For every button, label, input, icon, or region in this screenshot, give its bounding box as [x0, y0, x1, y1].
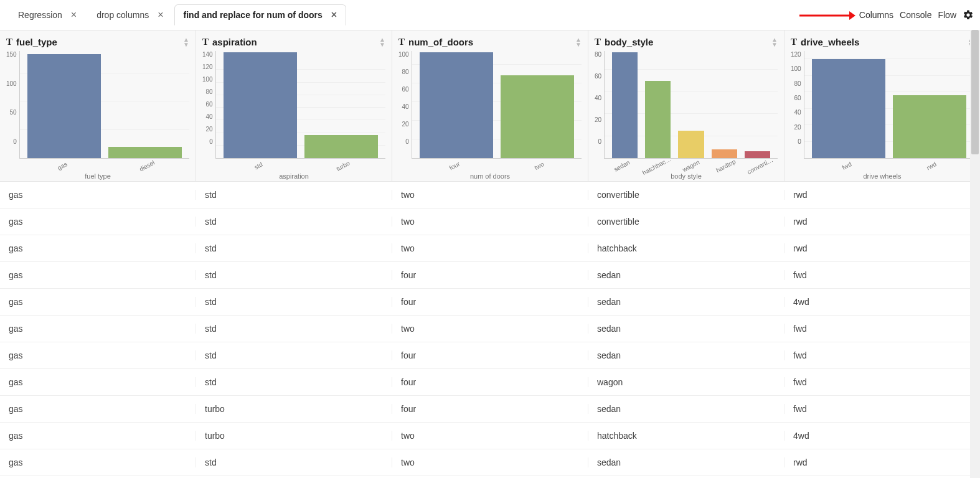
table-row[interactable]: gasturbotwohatchback4wd [0, 423, 980, 449]
cell-fuel_type[interactable]: gas [0, 324, 196, 334]
data-rows[interactable]: gasstdtwoconvertiblerwdgasstdtwoconverti… [0, 182, 980, 478]
cell-fuel_type[interactable]: gas [0, 431, 196, 441]
cell-aspiration[interactable]: std [196, 243, 392, 253]
vertical-scrollbar[interactable] [970, 30, 980, 478]
cell-aspiration[interactable]: turbo [196, 404, 392, 414]
cell-body_style[interactable]: wagon [588, 377, 784, 387]
cell-aspiration[interactable]: std [196, 457, 392, 467]
table-row[interactable]: gasstdfoursedanfwd [0, 262, 980, 289]
cell-num_of_doors[interactable]: two [392, 324, 588, 334]
column-header-body_style[interactable]: Tbody_style▲▼806040200sedanhatchbac…wago… [588, 30, 784, 181]
cell-drive_wheels[interactable]: rwd [784, 457, 980, 467]
cell-num_of_doors[interactable]: two [392, 431, 588, 441]
ytick: 100 [398, 51, 409, 58]
cell-drive_wheels[interactable]: rwd [784, 217, 980, 227]
chart-plot: gasdiesel [19, 51, 189, 159]
sort-icon[interactable]: ▲▼ [575, 37, 582, 47]
console-link[interactable]: Console [900, 10, 931, 20]
cell-aspiration[interactable]: std [196, 217, 392, 227]
cell-drive_wheels[interactable]: rwd [784, 190, 980, 200]
column-header-aspiration[interactable]: Taspiration▲▼140120100806040200stdturboa… [196, 30, 392, 181]
cell-fuel_type[interactable]: gas [0, 190, 196, 200]
column-title[interactable]: Tdrive_wheels▲▼ [791, 37, 974, 47]
cell-body_style[interactable]: sedan [588, 404, 784, 414]
cell-fuel_type[interactable]: gas [0, 217, 196, 227]
cell-drive_wheels[interactable]: fwd [784, 324, 980, 334]
cell-num_of_doors[interactable]: four [392, 270, 588, 280]
cell-fuel_type[interactable]: gas [0, 243, 196, 253]
cell-fuel_type[interactable]: gas [0, 297, 196, 307]
table-row[interactable]: gasstdtwoconvertiblerwd [0, 209, 980, 235]
sort-icon[interactable]: ▲▼ [771, 37, 778, 47]
table-row[interactable]: gasstdtwosedanfwd [0, 316, 980, 342]
column-title[interactable]: Tbody_style▲▼ [595, 37, 778, 47]
columns-link[interactable]: Columns [859, 10, 893, 20]
table-row[interactable]: gasstdtwohatchbackrwd [0, 235, 980, 262]
tab-1[interactable]: drop columns× [87, 4, 172, 26]
scrollbar-thumb[interactable] [971, 30, 979, 154]
gear-icon[interactable] [963, 9, 974, 21]
cell-body_style[interactable]: hatchback [588, 243, 784, 253]
cell-num_of_doors[interactable]: four [392, 404, 588, 414]
column-title[interactable]: Taspiration▲▼ [202, 37, 385, 47]
cell-fuel_type[interactable]: gas [0, 350, 196, 360]
cell-body_style[interactable]: sedan [588, 350, 784, 360]
cell-body_style[interactable]: sedan [588, 297, 784, 307]
column-title[interactable]: Tnum_of_doors▲▼ [398, 37, 582, 47]
cell-aspiration[interactable]: std [196, 190, 392, 200]
column-title[interactable]: Tfuel_type▲▼ [6, 37, 189, 47]
cell-aspiration[interactable]: std [196, 297, 392, 307]
cell-aspiration[interactable]: std [196, 324, 392, 334]
tab-0[interactable]: Regression× [9, 4, 86, 26]
cell-body_style[interactable]: hatchback [588, 431, 784, 441]
cell-fuel_type[interactable]: gas [0, 377, 196, 387]
table-row[interactable]: gasstdfoursedanfwd [0, 342, 980, 369]
cell-drive_wheels[interactable]: fwd [784, 404, 980, 414]
cell-drive_wheels[interactable]: fwd [784, 270, 980, 280]
cell-body_style[interactable]: convertible [588, 217, 784, 227]
cell-body_style[interactable]: sedan [588, 457, 784, 467]
table-row[interactable]: gasstdtwoconvertiblerwd [0, 182, 980, 209]
cell-num_of_doors[interactable]: two [392, 457, 588, 467]
table-row[interactable]: gasstdtwosedanrwd [0, 449, 980, 476]
cell-drive_wheels[interactable]: 4wd [784, 297, 980, 307]
cell-body_style[interactable]: sedan [588, 270, 784, 280]
cell-num_of_doors[interactable]: two [392, 243, 588, 253]
column-header-fuel_type[interactable]: Tfuel_type▲▼150100500gasdieselfuel type [0, 30, 196, 181]
close-icon[interactable]: × [331, 10, 337, 20]
cell-num_of_doors[interactable]: four [392, 297, 588, 307]
table-row[interactable]: gasturbofoursedanfwd [0, 396, 980, 423]
ytick: 120 [202, 63, 213, 70]
sort-icon[interactable]: ▲▼ [379, 37, 385, 47]
cell-body_style[interactable]: sedan [588, 324, 784, 334]
cell-drive_wheels[interactable]: fwd [784, 377, 980, 387]
ytick: 80 [402, 68, 409, 75]
column-header-num_of_doors[interactable]: Tnum_of_doors▲▼100806040200fourtwonum of… [392, 30, 588, 181]
sort-icon[interactable]: ▲▼ [183, 37, 189, 47]
cell-fuel_type[interactable]: gas [0, 457, 196, 467]
table-row[interactable]: gasstdfourwagonfwd [0, 369, 980, 396]
cell-fuel_type[interactable]: gas [0, 404, 196, 414]
ytick: 40 [595, 95, 601, 101]
table-row[interactable]: gasstdfoursedan4wd [0, 289, 980, 316]
chart-plot: sedanhatchbac…wagonhardtopconverti… [604, 51, 778, 159]
cell-aspiration[interactable]: std [196, 377, 392, 387]
cell-num_of_doors[interactable]: two [392, 217, 588, 227]
cell-aspiration[interactable]: std [196, 350, 392, 360]
cell-body_style[interactable]: convertible [588, 190, 784, 200]
cell-drive_wheels[interactable]: rwd [784, 243, 980, 253]
cell-fuel_type[interactable]: gas [0, 270, 196, 280]
close-icon[interactable]: × [71, 10, 77, 20]
close-icon[interactable]: × [158, 10, 163, 20]
flow-link[interactable]: Flow [938, 10, 956, 20]
column-header-drive_wheels[interactable]: Tdrive_wheels▲▼120100806040200fwdrwddriv… [784, 30, 980, 181]
cell-num_of_doors[interactable]: two [392, 190, 588, 200]
cell-num_of_doors[interactable]: four [392, 350, 588, 360]
cell-aspiration[interactable]: std [196, 270, 392, 280]
tab-2[interactable]: find and replace for num of doors× [174, 4, 347, 26]
cell-drive_wheels[interactable]: 4wd [784, 431, 980, 441]
cell-num_of_doors[interactable]: four [392, 377, 588, 387]
cell-drive_wheels[interactable]: fwd [784, 350, 980, 360]
cell-aspiration[interactable]: turbo [196, 431, 392, 441]
chart-xlabels: stdturbo [216, 162, 385, 169]
